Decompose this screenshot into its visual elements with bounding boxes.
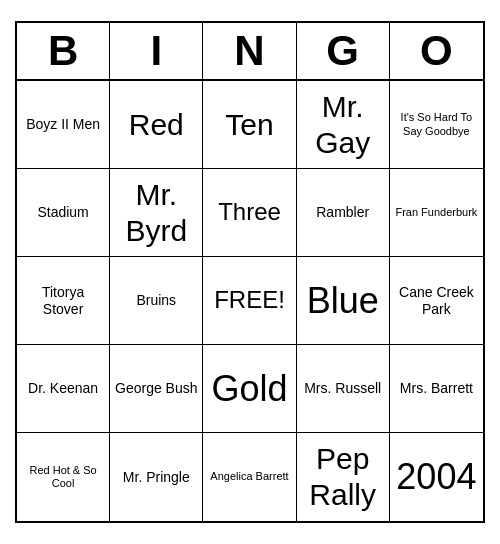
cell-text: Titorya Stover: [21, 284, 105, 318]
bingo-cell: Cane Creek Park: [390, 257, 483, 345]
bingo-cell: Angelica Barrett: [203, 433, 296, 521]
bingo-cell: Mr. Gay: [297, 81, 390, 169]
cell-text: Mr. Pringle: [123, 469, 190, 486]
bingo-cell: Bruins: [110, 257, 203, 345]
bingo-cell: Titorya Stover: [17, 257, 110, 345]
cell-text: Mr. Gay: [301, 89, 385, 161]
bingo-cell: FREE!: [203, 257, 296, 345]
cell-text: Cane Creek Park: [394, 284, 479, 318]
cell-text: Angelica Barrett: [210, 470, 288, 483]
bingo-cell: Three: [203, 169, 296, 257]
bingo-cell: It's So Hard To Say Goodbye: [390, 81, 483, 169]
bingo-cell: George Bush: [110, 345, 203, 433]
cell-text: Pep Rally: [301, 441, 385, 513]
cell-text: Stadium: [37, 204, 88, 221]
header-letter: I: [110, 23, 203, 79]
cell-text: Dr. Keenan: [28, 380, 98, 397]
bingo-grid: Boyz II MenRedTenMr. GayIt's So Hard To …: [17, 81, 483, 521]
bingo-header: BINGO: [17, 23, 483, 81]
cell-text: 2004: [396, 455, 476, 498]
header-letter: N: [203, 23, 296, 79]
cell-text: Red: [129, 107, 184, 143]
bingo-cell: Dr. Keenan: [17, 345, 110, 433]
bingo-cell: Red: [110, 81, 203, 169]
bingo-cell: Blue: [297, 257, 390, 345]
header-letter: G: [297, 23, 390, 79]
bingo-cell: Fran Funderburk: [390, 169, 483, 257]
cell-text: Fran Funderburk: [395, 206, 477, 219]
bingo-cell: Mr. Byrd: [110, 169, 203, 257]
cell-text: Blue: [307, 279, 379, 322]
bingo-cell: 2004: [390, 433, 483, 521]
cell-text: Gold: [211, 367, 287, 410]
cell-text: Mrs. Barrett: [400, 380, 473, 397]
bingo-cell: Gold: [203, 345, 296, 433]
bingo-cell: Mr. Pringle: [110, 433, 203, 521]
cell-text: Mrs. Russell: [304, 380, 381, 397]
cell-text: George Bush: [115, 380, 198, 397]
bingo-cell: Ten: [203, 81, 296, 169]
cell-text: FREE!: [214, 286, 285, 315]
bingo-cell: Boyz II Men: [17, 81, 110, 169]
bingo-cell: Rambler: [297, 169, 390, 257]
header-letter: B: [17, 23, 110, 79]
cell-text: Three: [218, 198, 281, 227]
header-letter: O: [390, 23, 483, 79]
cell-text: Mr. Byrd: [114, 177, 198, 249]
cell-text: It's So Hard To Say Goodbye: [394, 111, 479, 137]
bingo-cell: Mrs. Russell: [297, 345, 390, 433]
bingo-cell: Mrs. Barrett: [390, 345, 483, 433]
cell-text: Rambler: [316, 204, 369, 221]
cell-text: Red Hot & So Cool: [21, 464, 105, 490]
bingo-card: BINGO Boyz II MenRedTenMr. GayIt's So Ha…: [15, 21, 485, 523]
bingo-cell: Stadium: [17, 169, 110, 257]
cell-text: Boyz II Men: [26, 116, 100, 133]
cell-text: Bruins: [136, 292, 176, 309]
cell-text: Ten: [225, 107, 273, 143]
bingo-cell: Pep Rally: [297, 433, 390, 521]
bingo-cell: Red Hot & So Cool: [17, 433, 110, 521]
